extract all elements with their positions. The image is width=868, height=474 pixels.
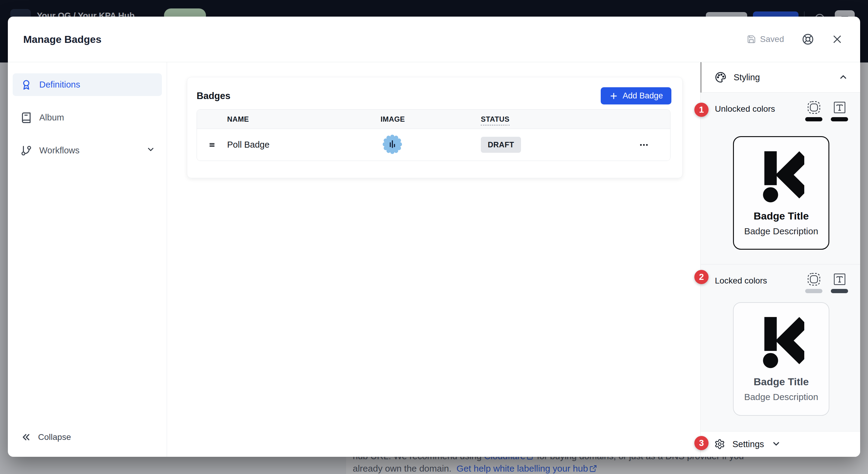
text-color-icon	[833, 100, 846, 115]
locked-text-color-swatch	[831, 289, 848, 293]
save-status-label: Saved	[760, 34, 784, 44]
settings-section-toggle[interactable]: Settings	[701, 431, 860, 457]
award-icon	[21, 79, 32, 91]
badges-card-title: Badges	[196, 91, 230, 101]
book-icon	[21, 112, 32, 124]
save-status: Saved	[747, 34, 784, 44]
drag-handle-icon	[208, 141, 216, 149]
locked-badge-preview: Badge Title Badge Description	[733, 302, 829, 416]
workflow-branch-icon	[21, 145, 32, 156]
close-button[interactable]	[832, 34, 843, 45]
column-header-status: STATUS	[481, 115, 608, 124]
sidebar-item-workflows[interactable]: Workflows	[13, 139, 162, 162]
modal-main-content: Badges Add Badge NAME IMAGE STATUS	[167, 62, 701, 457]
chevron-up-icon	[838, 72, 848, 82]
column-header-name: NAME	[227, 115, 380, 124]
sidebar-item-definitions[interactable]: Definitions	[13, 73, 162, 96]
badge-preview-title: Badge Title	[753, 376, 809, 388]
badges-table: NAME IMAGE STATUS Poll Badge	[196, 109, 671, 161]
chevrons-left-icon	[21, 432, 31, 442]
text-color-icon	[833, 272, 846, 286]
collapse-label: Collapse	[38, 432, 71, 442]
save-icon	[747, 35, 756, 44]
manage-badges-modal: Manage Badges Saved Definitions	[8, 17, 860, 457]
modal-header: Manage Badges Saved	[8, 17, 860, 62]
border-swatch-icon	[807, 272, 821, 286]
collapse-sidebar-button[interactable]: Collapse	[13, 432, 162, 442]
annotation-badge-3: 3	[694, 436, 709, 450]
plus-icon	[609, 92, 618, 100]
sidebar-item-album[interactable]: Album	[13, 106, 162, 129]
modal-body: Definitions Album Workflows Collapse	[8, 62, 860, 457]
badges-card: Badges Add Badge NAME IMAGE STATUS	[187, 77, 683, 178]
column-header-image: IMAGE	[380, 115, 481, 124]
unlocked-text-color-picker[interactable]	[831, 100, 848, 121]
drag-handle[interactable]	[197, 141, 227, 149]
unlocked-colors-label: Unlocked colors	[715, 100, 775, 114]
close-icon	[832, 34, 843, 45]
border-swatch-icon	[807, 100, 821, 115]
table-header-row: NAME IMAGE STATUS	[197, 109, 670, 129]
badge-preview-title: Badge Title	[753, 210, 809, 222]
chevron-down-icon	[771, 439, 781, 449]
modal-title: Manage Badges	[23, 33, 101, 45]
badge-logo-icon	[758, 316, 804, 369]
annotation-badge-2: 2	[694, 270, 709, 284]
modal-sidebar: Definitions Album Workflows Collapse	[8, 62, 167, 457]
unlocked-text-color-swatch	[831, 117, 848, 121]
locked-colors-label: Locked colors	[715, 272, 767, 286]
ellipsis-icon	[639, 140, 649, 150]
badge-logo-icon	[758, 150, 804, 203]
palette-icon	[715, 71, 726, 83]
unlocked-border-color-swatch	[805, 117, 823, 121]
locked-border-color-picker[interactable]	[805, 272, 823, 293]
unlocked-badge-preview: Badge Title Badge Description	[733, 136, 829, 250]
lifebuoy-icon	[802, 33, 814, 45]
styling-panel: Styling Unlocked colors	[701, 62, 860, 457]
chevron-down-icon	[146, 145, 155, 154]
locked-text-color-picker[interactable]	[831, 272, 848, 293]
badge-preview-description: Badge Description	[744, 392, 818, 402]
sidebar-item-label: Album	[39, 113, 64, 123]
locked-border-color-swatch	[805, 289, 823, 293]
badge-image-cell	[380, 134, 481, 156]
sidebar-item-label: Definitions	[39, 80, 80, 90]
badge-preview-description: Badge Description	[744, 226, 818, 236]
styling-label: Styling	[734, 72, 760, 83]
badge-status-cell: DRAFT	[481, 137, 608, 153]
settings-label: Settings	[733, 439, 764, 449]
row-actions-menu-button[interactable]	[639, 140, 649, 150]
status-badge: DRAFT	[481, 137, 521, 153]
unlocked-border-color-picker[interactable]	[805, 100, 823, 121]
locked-colors-section: Locked colors	[701, 264, 860, 431]
poll-badge-seal-icon	[382, 134, 402, 154]
annotation-badge-1: 1	[694, 103, 709, 117]
gear-icon	[714, 439, 725, 449]
sidebar-item-label: Workflows	[39, 146, 80, 156]
unlocked-colors-section: Unlocked colors	[701, 93, 860, 264]
add-badge-button[interactable]: Add Badge	[601, 87, 672, 104]
table-row: Poll Badge	[197, 129, 670, 161]
styling-section-toggle[interactable]: Styling	[701, 62, 860, 93]
help-button[interactable]	[802, 33, 814, 45]
badge-name: Poll Badge	[227, 140, 380, 150]
